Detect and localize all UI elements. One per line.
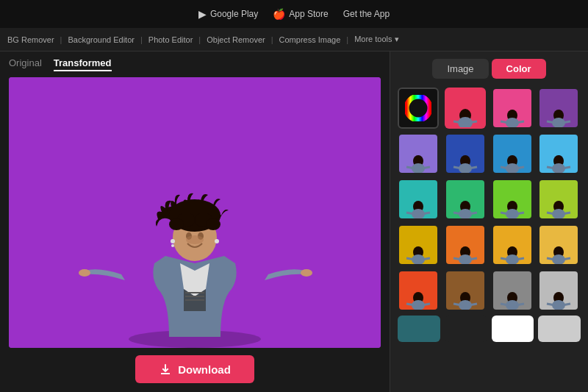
svg-line-29: [516, 121, 524, 123]
svg-line-45: [516, 167, 524, 168]
swatch-purple-dark[interactable]: [538, 88, 579, 129]
image-toggle-button[interactable]: Image: [432, 59, 488, 79]
swatch-red[interactable]: [445, 88, 486, 129]
swatch-light-blue[interactable]: [538, 133, 579, 174]
google-play-label: Google Play: [210, 9, 258, 19]
svg-line-44: [501, 167, 509, 168]
swatch-teal[interactable]: [398, 179, 439, 220]
svg-point-18: [301, 269, 312, 277]
google-play-icon: ▶: [198, 8, 207, 20]
sub-nav-more[interactable]: More tools ▾: [354, 35, 398, 44]
app-store-link[interactable]: 🍎 App Store: [273, 8, 328, 20]
download-icon: [159, 363, 172, 376]
swatch-lime-green[interactable]: [492, 179, 533, 220]
partial-swatch-dark-teal[interactable]: [398, 316, 440, 342]
sub-nav-photo-editor[interactable]: Photo Editor: [148, 35, 193, 44]
svg-line-72: [453, 258, 462, 260]
swatch-light-gray[interactable]: [538, 270, 579, 311]
color-grid: [398, 88, 581, 311]
svg-point-10: [215, 239, 219, 243]
sub-nav-object-remover[interactable]: Object Remover: [207, 35, 265, 44]
svg-line-53: [422, 213, 430, 214]
swatch-yellow-green[interactable]: [538, 179, 579, 220]
svg-line-77: [516, 258, 524, 260]
svg-line-25: [468, 121, 477, 123]
svg-line-65: [562, 213, 570, 214]
svg-line-81: [562, 258, 570, 260]
tabs: Original Transformed: [9, 57, 381, 71]
partial-swatch-light-gray[interactable]: [538, 316, 581, 342]
svg-line-92: [501, 304, 509, 305]
svg-point-21: [412, 102, 424, 114]
swatch-blue-dark[interactable]: [445, 133, 486, 174]
google-play-link[interactable]: ▶ Google Play: [198, 8, 258, 20]
swatch-green[interactable]: [445, 179, 486, 220]
swatch-lavender[interactable]: [398, 133, 439, 174]
swatch-orange-red[interactable]: [398, 270, 439, 311]
svg-line-40: [453, 167, 462, 168]
swatch-pink[interactable]: [492, 88, 533, 129]
color-wheel-swatch[interactable]: [398, 88, 439, 129]
left-panel: Original Transformed: [0, 51, 390, 392]
bottom-swatches: [398, 316, 581, 342]
swatch-amber[interactable]: [492, 224, 533, 266]
sub-nav-compress[interactable]: Compress Image: [279, 35, 341, 44]
svg-point-15: [206, 218, 220, 230]
svg-line-33: [562, 121, 570, 123]
svg-line-52: [406, 213, 415, 214]
svg-line-97: [562, 304, 570, 305]
svg-line-76: [501, 258, 509, 260]
swatch-gold[interactable]: [398, 224, 439, 266]
svg-line-61: [516, 213, 524, 214]
download-label: Download: [178, 363, 231, 376]
swatch-orange[interactable]: [445, 224, 486, 266]
sub-nav-bg-remover[interactable]: BG Remover: [7, 35, 54, 44]
svg-line-85: [422, 304, 430, 305]
svg-line-60: [501, 213, 509, 214]
toggle-bar: Image Color: [398, 59, 581, 79]
svg-line-69: [422, 258, 430, 260]
apple-icon: 🍎: [273, 8, 285, 20]
svg-point-16: [186, 235, 204, 244]
svg-line-36: [406, 167, 415, 168]
partial-swatch-white[interactable]: [492, 316, 534, 342]
sub-nav: BG Remover | Background Editor | Photo E…: [0, 28, 588, 51]
svg-line-32: [547, 121, 555, 123]
svg-line-57: [469, 213, 477, 214]
sub-nav-bg-editor[interactable]: Background Editor: [68, 35, 135, 44]
svg-line-96: [547, 304, 555, 305]
swatch-cyan-blue[interactable]: [492, 133, 533, 174]
swatch-brown[interactable]: [445, 270, 486, 311]
color-toggle-button[interactable]: Color: [492, 59, 546, 79]
svg-line-28: [501, 121, 509, 123]
tab-transformed[interactable]: Transformed: [54, 57, 112, 71]
svg-line-49: [562, 167, 570, 168]
top-bar: ▶ Google Play 🍎 App Store Get the App: [0, 0, 588, 28]
svg-point-14: [169, 218, 184, 230]
main-layout: Original Transformed: [0, 51, 588, 392]
svg-point-9: [171, 244, 174, 247]
partial-swatch-dark[interactable]: [445, 316, 487, 342]
svg-line-93: [516, 304, 524, 305]
svg-line-24: [453, 121, 462, 123]
svg-point-8: [171, 239, 175, 243]
swatch-orange-yellow[interactable]: [538, 224, 579, 266]
svg-line-84: [406, 304, 415, 305]
person-svg: [77, 142, 312, 348]
color-wheel-icon: [405, 95, 431, 121]
svg-line-80: [547, 258, 555, 260]
swatch-gray[interactable]: [492, 270, 533, 311]
download-button[interactable]: Download: [135, 355, 254, 383]
svg-line-56: [453, 213, 462, 214]
svg-point-17: [79, 269, 90, 277]
get-app-label: Get the App: [343, 9, 390, 19]
tab-original[interactable]: Original: [9, 57, 42, 71]
svg-line-37: [422, 167, 430, 168]
image-container: [9, 77, 381, 348]
svg-line-73: [469, 258, 477, 260]
app-store-label: App Store: [289, 9, 328, 19]
svg-line-68: [406, 258, 415, 260]
get-app-link[interactable]: Get the App: [343, 9, 390, 19]
svg-line-48: [547, 167, 555, 168]
svg-line-64: [547, 213, 555, 214]
